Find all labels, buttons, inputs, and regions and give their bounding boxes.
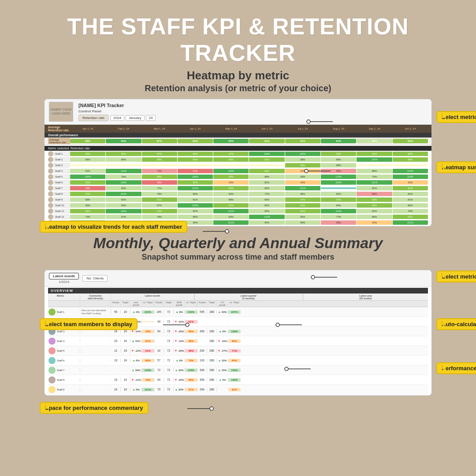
month-box[interactable]: January	[126, 115, 144, 121]
annotation-select-metric: Select metric to analyze	[436, 111, 476, 123]
section-2-subtitle: Snapshot summary across time and staff m…	[141, 253, 334, 262]
overview-row: Staff 42324▲15%97%72▼-13%89%288▼-15%88%	[48, 336, 428, 346]
annotation-select-metric-date: Select metric and date	[436, 271, 476, 283]
year-box[interactable]: 2024	[110, 115, 124, 121]
staff-row: Staff 194%96%97%99%97%100%100%99%91%98%	[48, 151, 428, 156]
annotation-heatmap-summary: Heatmap summary across staff members	[436, 161, 476, 173]
annotation-auto-calculated: Auto-calculated growth rates	[436, 318, 476, 330]
staff-row: Staff 1082%83%87%100%91%80%93%84%95%86%	[48, 203, 428, 208]
staff-row: Staff 1199%108%92%82%102%82%94%104%82%78…	[48, 208, 428, 214]
svg-point-5	[225, 230, 229, 233]
retention-rate-label: Average Retention rate	[48, 126, 70, 132]
annotation-performance-vs-targets: Performance vs. targets	[436, 362, 476, 374]
staff-row: Staff 989%82%91%81%88%82%97%93%93%81%	[48, 197, 428, 202]
overview-row: Staff 1Here you can write about how Staf…	[48, 307, 428, 317]
overview-row: Staff 61924▲6%80%5772▲9%79%243288▲10%84%	[48, 356, 428, 365]
tracker-title: [NAME] KPI Tracker	[78, 103, 427, 108]
main-title: THE STAFF KPI & RETENTION TRACKER	[18, 13, 458, 66]
overview-header: OVERVIEW	[48, 288, 428, 294]
staff-row: Staff 748%83%77%101%93%80%111%81%91%	[48, 186, 428, 191]
staff-row: Staff 399%88%	[48, 163, 428, 168]
staff-row: Staff 5106%76%96%106%99%86%83%115%74%105…	[48, 174, 428, 179]
logo-placeholder: INSERT YOUR LOGO HERE	[49, 102, 73, 122]
subtitle-1: Heatmap by metric	[187, 69, 290, 82]
staff-row: Staff 692%106%48%94%43%81%42%100%101%42%	[48, 180, 428, 185]
overview-row: Staff 51224▼-12%51%4272▼-26%58%204288▼-2…	[48, 346, 428, 356]
staff-row: Staff 481%104%72%42%108%96%47%65%88%104%	[48, 168, 428, 174]
heatmap-card: INSERT YOUR LOGO HERE [NAME] KPI Tracker…	[44, 99, 432, 227]
latest-month-value: 1/2024	[49, 280, 79, 284]
svg-point-15	[210, 407, 213, 410]
summary-card: Latest month 1/2024 No. Clients OVERVIEW…	[44, 270, 432, 396]
metric-dropdown[interactable]: Retention rate	[78, 115, 108, 121]
overview-row: Staff 92424▲5%101%7072▲20%97%26428892%	[48, 385, 428, 394]
overall-performance-label: Overall performance	[48, 134, 428, 137]
staff-row: Staff 1273%87%79%89%80%115%80%77%88%93%	[48, 214, 428, 219]
metric-selected-label: Metric selected: Retention rate	[48, 147, 428, 150]
day-box[interactable]: 24	[146, 115, 156, 121]
subtitle-2: Retention analysis (or metric of your ch…	[145, 83, 331, 93]
staff-row: Staff 284%90%98%95%96%91%89%86%103%94%	[48, 157, 428, 162]
control-panel-label: Control Panel	[78, 109, 427, 113]
latest-month-label: Latest month	[49, 273, 79, 279]
annotation-heatmap-trends: Heatmap to visualize trends for each sta…	[40, 221, 187, 233]
annotation-select-team: Select team members to display	[40, 318, 138, 330]
overview-row: Staff 81924▼-14%79%6472▼-20%89%306288▲4%…	[48, 375, 428, 385]
select-metric-box[interactable]: No. Clients	[82, 275, 108, 282]
staff-row: Staff 897%100%78%85%84%77%89%82%66%80%	[48, 191, 428, 197]
overview-row: Staff 7▲16%129%7272▲16%129%306288▲15%106…	[48, 365, 428, 375]
avg-label: Average Retention rate	[48, 138, 70, 144]
annotation-space-commentary: Space for performance commentary	[40, 402, 149, 414]
section-2-title: Monthly, Quarterly and Annual Summary	[93, 234, 383, 252]
